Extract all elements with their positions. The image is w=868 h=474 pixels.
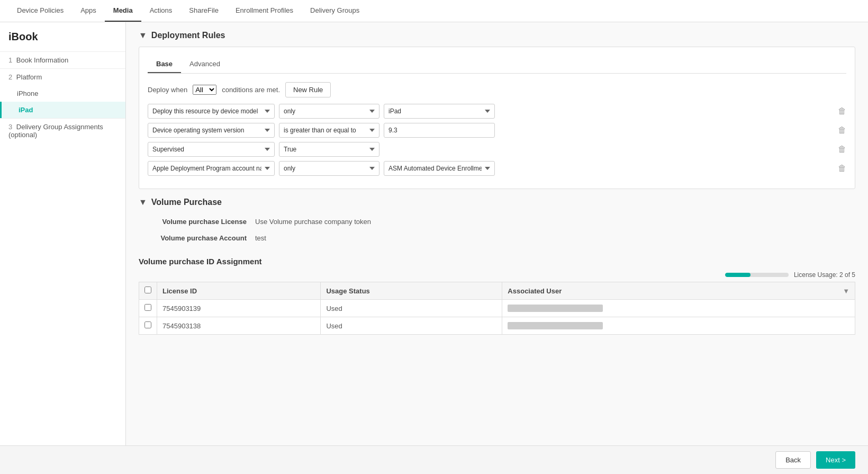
row-1-checkbox-cell: [139, 300, 157, 317]
row-1-associated-user: [502, 300, 855, 317]
nav-enrollment-profiles[interactable]: Enrollment Profiles: [227, 0, 302, 22]
rule-2-delete-icon[interactable]: 🗑: [838, 126, 846, 135]
sort-icon[interactable]: ▼: [843, 287, 849, 295]
nav-delivery-groups[interactable]: Delivery Groups: [302, 0, 368, 22]
row-1-usage-status: Used: [321, 300, 502, 317]
rule-1-value-select[interactable]: iPad iPhone: [384, 104, 495, 119]
new-rule-button[interactable]: New Rule: [285, 82, 331, 97]
sidebar-item-platform[interactable]: 2 Platform: [0, 68, 125, 85]
rule-row-1: Deploy this resource by device model onl…: [148, 104, 846, 119]
rule-row-2: Device operating system version is great…: [148, 123, 846, 138]
next-button[interactable]: Next >: [816, 451, 855, 469]
nav-media[interactable]: Media: [105, 0, 141, 22]
rule-1-operator-select[interactable]: only not: [279, 104, 379, 119]
row-2-checkbox[interactable]: [144, 321, 151, 328]
sidebar-item-ipad[interactable]: iPad: [0, 102, 125, 118]
step-3-label: Delivery Group Assignments (optional): [8, 123, 103, 139]
volume-purchase-arrow: ▼: [139, 198, 147, 207]
license-bar-fill: [725, 273, 751, 277]
step-3-num: 3: [8, 123, 12, 131]
rule-4-field-select[interactable]: Apple Deployment Program account name: [148, 161, 275, 176]
rule-4-delete-icon[interactable]: 🗑: [838, 164, 846, 173]
vp-id-title: Volume purchase ID Assignment: [139, 257, 855, 266]
rule-3-field-select[interactable]: Supervised: [148, 142, 275, 157]
table-header-license-id: License ID: [157, 282, 321, 300]
select-all-checkbox[interactable]: [144, 287, 151, 293]
row-2-associated-user: [502, 317, 855, 335]
table-header-usage-status: Usage Status: [321, 282, 502, 300]
row-2-usage-status: Used: [321, 317, 502, 335]
rule-1-delete-icon[interactable]: 🗑: [838, 106, 846, 116]
license-usage-row: License Usage: 2 of 5: [139, 271, 855, 279]
deployment-rules-panel: Base Advanced Deploy when All Any condit…: [139, 47, 855, 189]
step-1-num: 1: [8, 56, 12, 64]
deploy-when-row: Deploy when All Any conditions are met. …: [148, 82, 846, 97]
deployment-rules-header: ▼ Deployment Rules: [139, 31, 855, 40]
tab-advanced[interactable]: Advanced: [181, 56, 229, 73]
license-bar-container: [725, 273, 789, 277]
rule-2-field-select[interactable]: Device operating system version: [148, 123, 275, 138]
tab-base[interactable]: Base: [148, 56, 181, 73]
table-header-checkbox: [139, 282, 157, 300]
rule-3-operator-select[interactable]: True False: [279, 142, 379, 157]
volume-purchase-section: ▼ Volume Purchase Volume purchase Licens…: [139, 198, 855, 335]
license-usage-text: License Usage: 2 of 5: [794, 271, 855, 279]
row-1-checkbox[interactable]: [144, 304, 151, 311]
rule-1-field-select[interactable]: Deploy this resource by device model: [148, 104, 275, 119]
nav-apps[interactable]: Apps: [72, 0, 105, 22]
deployment-rules-tabs: Base Advanced: [148, 56, 846, 74]
step-2-label: Platform: [16, 73, 42, 81]
row-2-license-id: 7545903138: [157, 317, 321, 335]
volume-purchase-header: ▼ Volume Purchase: [139, 198, 855, 207]
rule-4-value-select[interactable]: ASM Automated Device Enrollment: [384, 161, 495, 176]
rule-4-operator-select[interactable]: only not: [279, 161, 379, 176]
rule-row-4: Apple Deployment Program account name on…: [148, 161, 846, 176]
account-label: Volume purchase Account: [139, 234, 255, 242]
bottom-bar: Back Next >: [0, 445, 868, 474]
license-value: Use Volume purchase company token: [255, 218, 371, 226]
nav-sharefile[interactable]: ShareFile: [180, 0, 227, 22]
account-value: test: [255, 234, 266, 242]
table-row: 7545903138 Used: [139, 317, 855, 335]
volume-purchase-title: Volume Purchase: [151, 198, 222, 207]
back-button[interactable]: Back: [775, 451, 811, 469]
license-table: License ID Usage Status Associated User …: [139, 282, 855, 335]
row-1-license-id: 7545903139: [157, 300, 321, 317]
rule-row-3: Supervised True False 🗑: [148, 142, 846, 157]
deployment-rules-arrow: ▼: [139, 31, 147, 40]
step-1-label: Book Information: [16, 56, 68, 64]
table-header-associated-user: Associated User ▼: [502, 282, 855, 300]
rule-2-value-input[interactable]: [384, 123, 495, 138]
sidebar-title: iBook: [0, 31, 125, 51]
vp-id-section: Volume purchase ID Assignment License Us…: [139, 257, 855, 335]
top-nav: Device Policies Apps Media Actions Share…: [0, 0, 868, 22]
nav-actions[interactable]: Actions: [141, 0, 181, 22]
row-2-checkbox-cell: [139, 317, 157, 335]
sidebar-item-book-information[interactable]: 1 Book Information: [0, 51, 125, 68]
row-1-user-blurred: [508, 305, 603, 312]
deploy-when-label: Deploy when: [148, 86, 187, 94]
row-2-user-blurred: [508, 322, 603, 329]
step-2-num: 2: [8, 73, 12, 81]
rule-2-operator-select[interactable]: is greater than or equal to is less than…: [279, 123, 379, 138]
rule-3-delete-icon[interactable]: 🗑: [838, 145, 846, 154]
main-layout: iBook 1 Book Information 2 Platform iPho…: [0, 22, 868, 474]
sidebar-item-delivery-groups[interactable]: 3 Delivery Group Assignments (optional): [0, 118, 125, 143]
deployment-rules-title: Deployment Rules: [151, 31, 225, 40]
table-row: 7545903139 Used: [139, 300, 855, 317]
sidebar-item-iphone[interactable]: iPhone: [0, 85, 125, 102]
main-content: ▼ Deployment Rules Base Advanced Deploy …: [126, 22, 868, 474]
nav-device-policies[interactable]: Device Policies: [8, 0, 72, 22]
deploy-when-select[interactable]: All Any: [193, 85, 216, 95]
sidebar: iBook 1 Book Information 2 Platform iPho…: [0, 22, 126, 474]
license-info-row: Volume purchase License Use Volume purch…: [139, 213, 855, 230]
license-label: Volume purchase License: [139, 218, 255, 226]
account-info-row: Volume purchase Account test: [139, 230, 855, 246]
conditions-text: conditions are met.: [222, 86, 280, 94]
